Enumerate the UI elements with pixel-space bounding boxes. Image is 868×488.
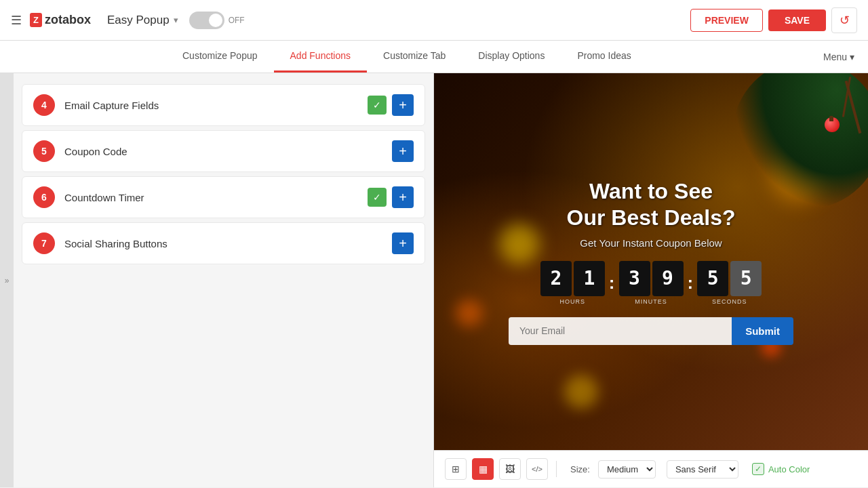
badge-4: 4	[33, 94, 55, 116]
headline-line2: Our Best Deals?	[567, 205, 736, 230]
save-button[interactable]: SAVE	[768, 9, 826, 31]
badge-7: 7	[33, 232, 55, 254]
countdown-timer: 2 1 HOURS : 3 9 MINUTES :	[540, 261, 762, 305]
toggle-knob	[209, 14, 222, 27]
badge-6: 6	[33, 186, 55, 208]
preview-button[interactable]: PREVIEW	[690, 9, 763, 32]
function-name-email-capture: Email Capture Fields	[64, 100, 368, 111]
function-name-coupon-code: Coupon Code	[64, 146, 392, 157]
auto-color-label: Auto Color	[768, 464, 810, 474]
countdown-seconds-digit2: 5	[730, 261, 762, 296]
bottom-toolbar: ⊞ ▦ 🖼 </> Size: Medium Small Large Sans …	[434, 450, 868, 487]
logo-text: zotabox	[45, 13, 91, 27]
function-item-email-capture[interactable]: 4 Email Capture Fields ✓ +	[22, 84, 425, 126]
countdown-minutes-digit2: 9	[652, 261, 684, 296]
layout-list-icon: ▦	[479, 464, 488, 474]
function-name-countdown-timer: Countdown Timer	[64, 192, 368, 203]
toolbar-separator	[556, 461, 557, 477]
main-content: » 4 Email Capture Fields ✓ + 5 Coupon Co…	[0, 73, 868, 487]
popup-headline: Want to See Our Best Deals?	[567, 178, 736, 230]
size-select[interactable]: Medium Small Large	[598, 460, 656, 479]
add-button-social-sharing[interactable]: +	[392, 232, 414, 254]
auto-color-check-icon: ✓	[755, 464, 762, 474]
chevron-right-icon: »	[5, 276, 9, 285]
refresh-button[interactable]: ↺	[831, 7, 857, 33]
right-panel: Want to See Our Best Deals? Get Your Ins…	[434, 73, 868, 487]
auto-color-checkbox[interactable]: ✓	[752, 463, 764, 475]
function-item-countdown-timer[interactable]: 6 Countdown Timer ✓ +	[22, 176, 425, 218]
size-label: Size:	[570, 464, 590, 474]
popup-title[interactable]: Easy Popup ▾	[107, 14, 178, 27]
code-icon-btn[interactable]: </>	[526, 458, 548, 480]
tab-menu-arrow-icon: ▾	[850, 52, 854, 62]
countdown-seconds-label: SECONDS	[712, 298, 747, 305]
tabs-bar: Customize Popup Add Functions Customize …	[0, 41, 868, 73]
logo-box: Z	[30, 13, 42, 27]
popup-title-text: Easy Popup	[107, 14, 170, 27]
countdown-minutes-digit1: 3	[619, 261, 650, 296]
countdown-hours-label: HOURS	[560, 298, 586, 305]
badge-5: 5	[33, 140, 55, 162]
tab-promo-ideas[interactable]: Promo Ideas	[561, 41, 647, 73]
countdown-sep2: :	[686, 272, 695, 293]
layout-grid-icon: ⊞	[452, 464, 460, 474]
countdown-seconds-digit1: 5	[697, 261, 728, 296]
check-icon-countdown: ✓	[368, 188, 387, 207]
tab-menu-label: Menu	[823, 52, 847, 62]
toggle-area: OFF	[189, 12, 245, 29]
tab-add-functions[interactable]: Add Functions	[274, 41, 368, 73]
function-item-coupon-code[interactable]: 5 Coupon Code +	[22, 130, 425, 172]
function-name-social-sharing: Social Sharing Buttons	[64, 238, 392, 249]
tab-customize-tab[interactable]: Customize Tab	[367, 41, 462, 73]
countdown-hours-digit2: 1	[574, 261, 605, 296]
code-icon: </>	[532, 465, 542, 473]
email-input[interactable]	[509, 317, 732, 345]
image-icon-btn[interactable]: 🖼	[499, 458, 521, 480]
side-collapse-button[interactable]: »	[0, 73, 14, 487]
tab-menu[interactable]: Menu ▾	[810, 41, 868, 73]
headline-line1: Want to See	[567, 178, 736, 204]
hamburger-icon[interactable]: ☰	[11, 13, 22, 28]
font-select[interactable]: Sans Serif Serif Monospace	[667, 460, 738, 479]
popup-content: Want to See Our Best Deals? Get Your Ins…	[434, 73, 868, 450]
function-item-social-sharing[interactable]: 7 Social Sharing Buttons +	[22, 222, 425, 264]
layout-icon-1[interactable]: ⊞	[445, 458, 467, 480]
tab-display-options[interactable]: Display Options	[462, 41, 561, 73]
add-button-coupon-code[interactable]: +	[392, 140, 414, 162]
countdown-hours-digit1: 2	[540, 261, 572, 296]
image-icon: 🖼	[505, 464, 515, 474]
countdown-hours-group: 2 1 HOURS	[540, 261, 605, 305]
email-form: Submit	[509, 317, 793, 345]
countdown-minutes-digits: 3 9	[619, 261, 684, 296]
popup-preview: Want to See Our Best Deals? Get Your Ins…	[434, 73, 868, 450]
tab-customize-popup[interactable]: Customize Popup	[166, 41, 274, 73]
toggle-switch[interactable]	[189, 12, 224, 29]
popup-title-arrow-icon: ▾	[174, 15, 178, 25]
left-panel: 4 Email Capture Fields ✓ + 5 Coupon Code…	[14, 73, 434, 487]
countdown-hours-digits: 2 1	[540, 261, 605, 296]
layout-icon-2[interactable]: ▦	[472, 458, 494, 480]
countdown-minutes-label: MINUTES	[635, 298, 667, 305]
countdown-seconds-digits: 5 5	[697, 261, 762, 296]
submit-button[interactable]: Submit	[732, 317, 793, 345]
countdown-seconds-group: 5 5 SECONDS	[697, 261, 762, 305]
countdown-minutes-group: 3 9 MINUTES	[619, 261, 684, 305]
logo: Z zotabox	[30, 13, 91, 27]
add-button-countdown-timer[interactable]: +	[392, 186, 414, 208]
check-icon-email-capture: ✓	[368, 96, 387, 115]
header: ☰ Z zotabox Easy Popup ▾ OFF PREVIEW SAV…	[0, 0, 868, 41]
countdown-sep1: :	[608, 272, 616, 293]
popup-subtext: Get Your Instant Coupon Below	[580, 237, 722, 249]
add-button-email-capture[interactable]: +	[392, 94, 414, 116]
auto-color-wrapper: ✓ Auto Color	[752, 463, 810, 475]
toggle-label: OFF	[229, 16, 245, 25]
